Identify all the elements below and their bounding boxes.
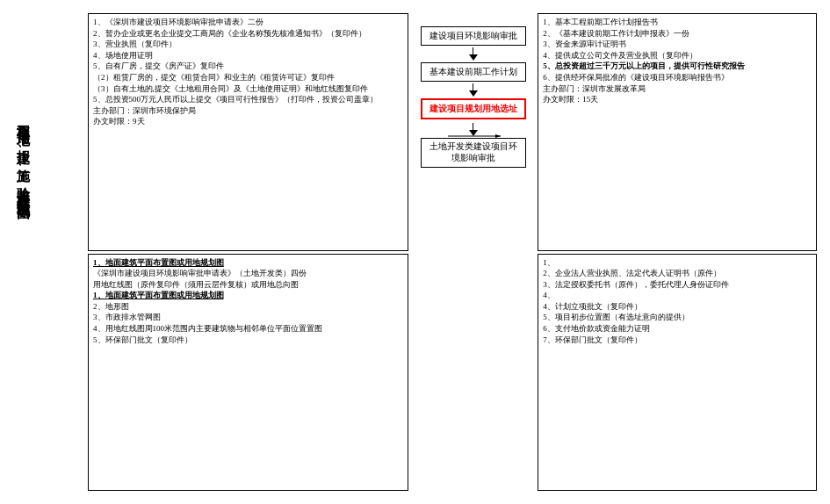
left-box-2-item-1: 1、地面建筑平面布置图或用地规划图 [93, 290, 403, 301]
flow-box-2: 基本建设前期工作计划 [421, 62, 526, 82]
right-box-2: 1、 2、企业法人营业执照、法定代表人证明书（原件） 3、法定授权委托书（原件）… [538, 254, 817, 492]
main-content: 1、《深圳市建设项目环境影响审批申请表》二份 2、暂办企业或更名企业提交工商局的… [83, 9, 821, 495]
left-box-2-item-5: 5、环保部门批文（复印件） [93, 335, 403, 346]
left-box-2-item-01: 用地红线图（原件复印件（须用云层件复核）或用地总向图 [93, 279, 403, 291]
right-box-1-item-1: 1、基本工程前期工作计划报告书 [543, 17, 812, 28]
left-box-1-item-6: （2）租赁厂房的，提交《租赁合同》和业主的《租赁许可证》复印件 [93, 72, 403, 83]
right-box-1-item-2: 2、《基本建设前期工作计划申报表》一份 [543, 28, 812, 40]
center-flow: 建设项目环境影响审批 基本建设前期工作计划 建设 [414, 13, 532, 491]
left-box-2-title: 1、地面建筑平面布置图或用地规划图 [93, 257, 403, 269]
arrow-down-1 [469, 47, 478, 61]
right-box-1-item-5: 5、总投资超过三千万元以上的项目，提供可行性研究报告 [543, 61, 812, 72]
left-box-2-item-3: 3、市政排水管网图 [93, 312, 403, 323]
flow-box-2-label: 基本建设前期工作计划 [429, 67, 517, 76]
right-box-1-item-6: 6、提供经环保局批准的《建设项目环境影响报告书》 [543, 72, 812, 83]
left-box-2-item-4: 4、用地红线图周100米范围内主要建筑物与相邻单位平面位置置图 [93, 323, 403, 335]
right-box-2-item-1: 1、 [543, 257, 812, 269]
left-box-2: 1、地面建筑平面布置图或用地规划图 《深圳市建设项目环境影响审批申请表》（土地开… [88, 254, 408, 492]
page-title-text: 工程项目用地、报建、施工、验收及产权取得系统流程图 [13, 114, 34, 198]
left-box-1: 1、《深圳市建设项目环境影响审批申请表》二份 2、暂办企业或更名企业提交工商局的… [88, 13, 408, 251]
left-box-1-item-2: 2、暂办企业或更名企业提交工商局的《企业名称预先核准通知书》（复印件） [93, 28, 403, 40]
left-box-1-item-1: 1、《深圳市建设项目环境影响审批申请表》二份 [93, 17, 403, 28]
right-box-1: 1、基本工程前期工作计划报告书 2、《基本建设前期工作计划申报表》一份 3、资金… [538, 13, 817, 251]
flow-box-4: 土地开发类建设项目环境影响审批 [421, 138, 526, 168]
flow-box-4-label: 土地开发类建设项目环境影响审批 [429, 142, 517, 162]
flow-box-1: 建设项目环境影响审批 [421, 26, 526, 46]
left-box-1-item-7: （3）自有土地的,提交《土地租用合同》及《土地使用证明》和地红线图复印件 [93, 83, 403, 95]
right-box-2-item-8: 7、环保部门批文（复印件） [543, 335, 812, 346]
left-box-1-item-8: 5、总投资500万元人民币以上提交《项目可行性报告》（打印件，投资公司盖章） [93, 94, 403, 105]
flow-layout: 1、《深圳市建设项目环境影响审批申请表》二份 2、暂办企业或更名企业提交工商局的… [88, 13, 817, 491]
left-box-1-dept: 主办部门：深圳市环境保护局 [93, 105, 403, 117]
flow-box-3-label: 建设项目规划用地选址 [429, 104, 517, 113]
right-box-1-time: 办文时限：15天 [543, 94, 812, 105]
arrow-down-2 [469, 83, 478, 97]
arrow-down-3 [469, 123, 478, 136]
right-box-2-item-6: 5、项目初步位置图（有选址意向的提供） [543, 312, 812, 323]
right-box-1-item-3: 3、资金来源审计证明书 [543, 39, 812, 50]
left-box-1-item-3: 3、营业执照（复印件） [93, 39, 403, 50]
right-column: 1、基本工程前期工作计划报告书 2、《基本建设前期工作计划申报表》一份 3、资金… [538, 13, 817, 491]
left-box-1-item-5: 5、自有厂房，提交《房产证》复印件 [93, 61, 403, 72]
left-box-1-item-4: 4、场地使用证明 [93, 50, 403, 61]
right-box-2-item-2: 2、企业法人营业执照、法定代表人证明书（原件） [543, 268, 812, 279]
right-box-2-item-7: 6、支付地价款或资金能力证明 [543, 323, 812, 335]
left-box-1-time: 办文时限：9天 [93, 116, 403, 127]
right-box-2-item-3: 3、法定授权委托书（原件），委托代理人身份证印件 [543, 279, 812, 291]
right-box-1-dept: 主办部门：深圳市发展改革局 [543, 83, 812, 95]
left-box-2-item-0: 《深圳市建设项目环境影响审批申请表》（土地开发类）四份 [93, 268, 403, 279]
flow-box-1-label: 建设项目环境影响审批 [429, 31, 517, 40]
left-column: 1、《深圳市建设项目环境影响审批申请表》二份 2、暂办企业或更名企业提交工商局的… [88, 13, 408, 491]
right-box-2-item-5: 4、计划立项批文（复印件） [543, 301, 812, 313]
right-box-1-item-4: 4、提供成立公司文件及营业执照（复印件） [543, 50, 812, 61]
right-box-2-item-4: 4、 [543, 290, 812, 301]
flow-box-3-red: 建设项目规划用地选址 [421, 98, 526, 119]
page-title-sidebar: 工程项目用地、报建、施工、验收及产权取得系统流程图 [9, 9, 83, 495]
left-box-2-item-2: 2、地形图 [93, 301, 403, 313]
